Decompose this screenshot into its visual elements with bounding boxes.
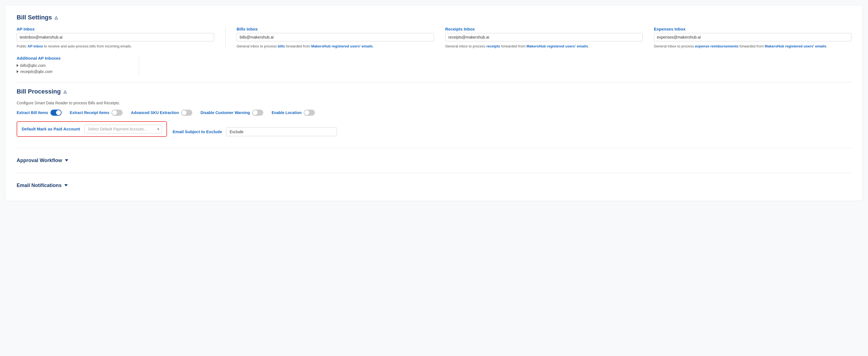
- expenses-inbox-desc: General inbox to process expense reimbur…: [654, 43, 851, 49]
- expenses-inbox-label: Expenses Inbox: [654, 27, 851, 31]
- bills-inbox-label: Bills Inbox: [237, 27, 434, 31]
- receipts-link[interactable]: receipts: [486, 44, 500, 48]
- extract-receipt-items-label: Extract Receipt Items: [70, 111, 109, 115]
- email-subject-input[interactable]: [226, 127, 337, 136]
- toggle-extract-receipt-items: Extract Receipt Items: [70, 110, 123, 116]
- bill-processing-section: Bill Processing △ Configure Smart Data R…: [17, 88, 851, 142]
- email-subject-label: Email Subject to Exclude: [173, 129, 222, 134]
- disable-customer-warning-toggle[interactable]: [252, 110, 263, 116]
- extract-bill-items-toggle[interactable]: [51, 110, 62, 116]
- bills-inbox-col: Bills Inbox General inbox to process bil…: [237, 27, 434, 49]
- additional-inbox-item-1: bills@qbc.com: [17, 63, 128, 68]
- approval-workflow-header[interactable]: Approval Workflow: [17, 154, 851, 167]
- enable-location-label: Enable Location: [272, 111, 302, 115]
- additional-inboxes-section: Additional AP Inboxes bills@qbc.com rece…: [17, 56, 851, 76]
- receipts-inbox-desc: General inbox to process receipts forwar…: [445, 43, 643, 49]
- receipts-inbox-col: Receipts Inbox General inbox to process …: [445, 27, 643, 49]
- expenses-link[interactable]: expense reimbursements: [695, 44, 739, 48]
- triangle-icon-1: [17, 64, 19, 67]
- receipts-inbox-label: Receipts Inbox: [445, 27, 643, 31]
- advanced-sku-toggle[interactable]: [181, 110, 192, 116]
- collapse-icon[interactable]: △: [55, 15, 58, 20]
- expenses-users-link[interactable]: MakersHub registered users' emails: [765, 44, 827, 48]
- bill-processing-desc: Configure Smart Data Reader to process B…: [17, 101, 851, 105]
- extract-bill-items-label: Extract Bill Items: [17, 111, 48, 115]
- page-title: Bill Settings: [17, 14, 52, 21]
- triangle-icon-2: [17, 70, 19, 73]
- email-notifications-chevron: [64, 184, 68, 186]
- toggles-row: Extract Bill Items Extract Receipt Items…: [17, 110, 851, 116]
- paid-account-section: Default Mark as Paid Account Select Defa…: [17, 121, 167, 137]
- expenses-inbox-input[interactable]: [654, 33, 851, 41]
- bill-processing-label: Bill Processing: [17, 88, 61, 95]
- toggle-enable-location: Enable Location: [272, 110, 315, 116]
- receipts-users-link[interactable]: MakersHub registered users' emails: [527, 44, 588, 48]
- expenses-inbox-col: Expenses Inbox General inbox to process …: [654, 27, 851, 49]
- inboxes-row: AP Inbox Public AP inbox to receive and …: [17, 27, 851, 49]
- bill-settings-title: Bill Settings △: [17, 14, 851, 21]
- bills-inbox-input[interactable]: [237, 33, 434, 41]
- paid-account-select-wrapper: Select Default Payment Account...: [84, 125, 162, 134]
- advanced-sku-label: Advanced SKU Extraction: [131, 111, 179, 115]
- enable-location-toggle[interactable]: [304, 110, 315, 116]
- approval-workflow-title: Approval Workflow: [17, 158, 62, 164]
- additional-inbox-item-2: receipts@qbc.com: [17, 69, 128, 74]
- bills-link[interactable]: bills: [278, 44, 285, 48]
- ap-inbox-label: AP Inbox: [17, 27, 214, 31]
- additional-inboxes-title: Additional AP Inboxes: [17, 56, 128, 60]
- paid-and-subject-row: Default Mark as Paid Account Select Defa…: [17, 121, 851, 142]
- ap-inbox-desc: Public AP inbox to receive and auto-proc…: [17, 43, 214, 49]
- paid-account-select[interactable]: Select Default Payment Account...: [84, 125, 162, 134]
- section-divider-3: [17, 173, 851, 173]
- email-notifications-header[interactable]: Email Notifications: [17, 179, 851, 192]
- email-subject-section: Email Subject to Exclude: [173, 127, 337, 136]
- email-notifications-title: Email Notifications: [17, 183, 62, 188]
- bill-processing-collapse-icon[interactable]: △: [64, 89, 67, 94]
- toggle-disable-customer-warning: Disable Customer Warning: [200, 110, 263, 116]
- receipts-inbox-input[interactable]: [445, 33, 643, 41]
- toggle-extract-bill-items: Extract Bill Items: [17, 110, 62, 116]
- toggle-advanced-sku: Advanced SKU Extraction: [131, 110, 192, 116]
- approval-workflow-chevron: [65, 159, 68, 161]
- ap-inbox-input[interactable]: [17, 33, 214, 41]
- divider-1: [225, 27, 225, 49]
- ap-inbox-link[interactable]: AP inbox: [28, 44, 43, 48]
- section-divider-2: [17, 148, 851, 148]
- bills-users-link[interactable]: MakersHub registered users' emails: [311, 44, 373, 48]
- disable-customer-warning-label: Disable Customer Warning: [200, 111, 250, 115]
- bill-processing-title: Bill Processing △: [17, 88, 851, 95]
- paid-account-label: Default Mark as Paid Account: [22, 126, 80, 131]
- extract-receipt-items-toggle[interactable]: [112, 110, 123, 116]
- bills-inbox-desc: General inbox to process bills forwarded…: [237, 43, 434, 49]
- ap-inbox-col: AP Inbox Public AP inbox to receive and …: [17, 27, 214, 49]
